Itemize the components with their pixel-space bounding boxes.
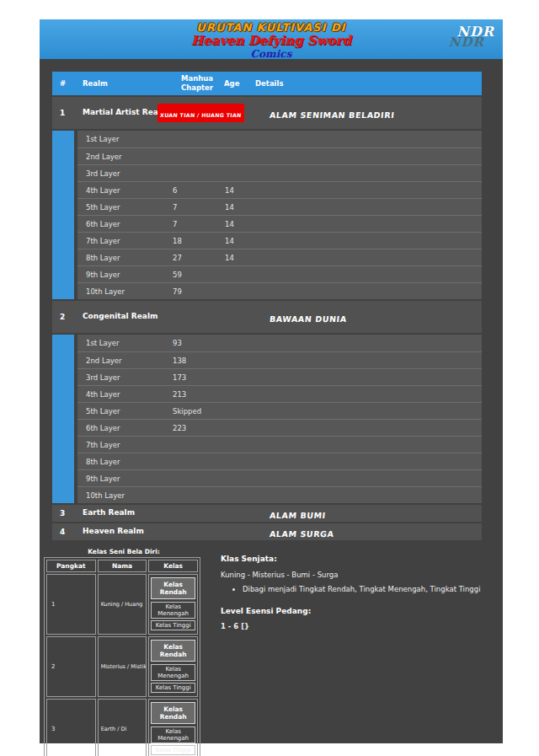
kelas-menengah-box: Kelas Menengah (151, 664, 195, 681)
realm-details: ALAM SURGA (255, 524, 482, 540)
realm-details-text: BAWAAN DUNIA (269, 314, 347, 324)
classes-pangkat-value: 3 (46, 699, 96, 756)
realm-row: 1Martial Artist RealmXUAN TIAN / HUANG T… (52, 97, 482, 129)
kelas-rendah-box: Kelas Rendah (151, 702, 195, 724)
classes-column-pangkat: Pangkat (46, 560, 96, 572)
classes-header-row: Pangkat Nama Kelas (46, 560, 198, 572)
layer-row: 9th Layer59 (77, 265, 482, 282)
classes-nama-value: Kuning / Huang (98, 574, 147, 635)
layer-chapter-value: 18 (171, 237, 223, 245)
layer-row: 3rd Layer173 (77, 368, 482, 385)
realm-row: 4Heaven RealmALAM SURGA (52, 523, 482, 540)
classes-nama-value: Misterius / Mistik / Mistis (98, 636, 147, 697)
realm-details: ALAM BUMI (255, 506, 482, 522)
classes-column-kelas: Kelas (148, 560, 198, 572)
layer-row: 2nd Layer (77, 147, 482, 164)
classes-row: 2Misterius / Mistik / MistisKelas Rendah… (46, 636, 198, 697)
layer-row: 3rd Layer (77, 164, 482, 181)
column-header-number: # (52, 79, 83, 88)
layer-label: 5th Layer (77, 203, 171, 212)
layer-label: 2nd Layer (77, 153, 171, 161)
layer-age-value: 14 (223, 186, 255, 195)
realm-name: Earth Realm (83, 507, 171, 519)
classes-pangkat-value: 1 (46, 574, 96, 635)
layer-chapter-value: 223 (171, 424, 223, 432)
layer-label: 9th Layer (77, 475, 171, 483)
classes-row: 1Kuning / HuangKelas RendahKelas Menenga… (46, 574, 198, 635)
layer-label: 10th Layer (77, 287, 171, 296)
layer-label: 6th Layer (77, 220, 171, 228)
layer-chapter-value: 213 (171, 390, 223, 399)
realm-number: 4 (52, 528, 83, 536)
realm-badge: XUAN TIAN / HUANG TIAN (157, 104, 244, 122)
kelas-menengah-box: Kelas Menengah (151, 602, 195, 619)
layer-row: 9th Layer (77, 469, 482, 486)
layer-row: 8th Layer (77, 453, 482, 469)
ndr-logo: NDR NDR (437, 24, 496, 56)
realm-details: BAWAAN DUNIA (255, 309, 482, 325)
realm-details-text: ALAM BUMI (269, 511, 326, 520)
header-banner: URUTAN KULTIVASI DI Heaven Defying Sword… (40, 19, 503, 59)
layer-age-value: 14 (223, 220, 255, 228)
classes-kelas-cell: Kelas RendahKelas MenengahKelas Tinggi (148, 636, 198, 697)
kelas-tinggi-box: Kelas Tinggi (151, 620, 195, 630)
martial-classes-table: Pangkat Nama Kelas 1Kuning / HuangKelas … (44, 557, 200, 756)
layer-label: 5th Layer (77, 407, 171, 416)
kelas-rendah-box: Kelas Rendah (151, 577, 195, 599)
realm-table-header-row: # Realm Manhua Chapter Age Details (52, 72, 482, 95)
realm-number: 3 (52, 509, 83, 517)
classes-nama-value: Earth / Di (98, 699, 147, 756)
layer-label: 3rd Layer (77, 169, 171, 178)
realm-number: 1 (52, 109, 83, 117)
weapon-class-bullet: Dibagi menjadi Tingkat Rendah, Tingkat M… (243, 585, 494, 593)
weapon-class-list: Dibagi menjadi Tingkat Rendah, Tingkat M… (243, 585, 494, 593)
layer-chapter-value: Skipped (171, 407, 223, 416)
kelas-tinggi-box: Kelas Tinggi (151, 683, 195, 693)
banner-title-line2: Heaven Defying Sword (40, 34, 503, 48)
layer-chapter-value: 93 (171, 339, 223, 347)
layer-label: 8th Layer (77, 254, 171, 262)
layer-row: 7th Layer (77, 436, 482, 453)
realm-badge-text: XUAN TIAN / HUANG TIAN (160, 112, 242, 118)
layer-row: 6th Layer223 (77, 419, 482, 436)
layer-group-bar (52, 131, 74, 299)
main-content: # Realm Manhua Chapter Age Details 1Mart… (40, 59, 503, 743)
column-header-age: Age (223, 79, 255, 88)
sword-essence-line: 1 - 6 [} (221, 622, 494, 630)
classes-row: 3Earth / DiKelas RendahKelas MenengahKel… (46, 699, 198, 756)
layer-label: 9th Layer (77, 271, 171, 279)
weapon-class-line: Kuning - Misterius - Bumi - Surga (221, 571, 494, 579)
layer-label: 8th Layer (77, 458, 171, 466)
realm-details-text: ALAM SENIMAN BELADIRI (269, 110, 395, 120)
layer-chapter-value: 27 (171, 254, 223, 262)
layer-group: 1st Layer2nd Layer3rd Layer4th Layer6145… (52, 131, 482, 299)
layer-chapter-value: 6 (171, 186, 223, 195)
kelas-menengah-box: Kelas Menengah (151, 727, 195, 743)
layer-row: 10th Layer (77, 486, 482, 503)
classes-pangkat-value: 2 (46, 636, 96, 697)
realm-row: 3Earth RealmALAM BUMI (52, 505, 482, 522)
martial-classes-block: Kelas Seni Bela Diri: Pangkat Nama Kelas… (44, 548, 204, 756)
layer-label: 6th Layer (77, 424, 171, 432)
realm-number: 2 (52, 313, 83, 321)
layer-label: 3rd Layer (77, 373, 171, 382)
notes-block: Klas Senjata: Kuning - Misterius - Bumi … (221, 555, 494, 756)
weapon-class-heading: Klas Senjata: (221, 555, 494, 563)
banner-title-line1: URUTAN KULTIVASI DI (40, 22, 503, 34)
classes-kelas-cell: Kelas RendahKelas MenengahKelas Tinggi (148, 699, 198, 756)
martial-classes-title: Kelas Seni Bela Diri: (44, 548, 204, 555)
layer-label: 4th Layer (77, 186, 171, 195)
layer-group: 1st Layer932nd Layer1383rd Layer1734th L… (52, 335, 482, 503)
layer-chapter-value: 7 (171, 203, 223, 212)
layer-row: 4th Layer614 (77, 181, 482, 198)
realm-row: 2Congenital RealmBAWAAN DUNIA (52, 301, 482, 333)
layer-age-value: 14 (223, 254, 255, 262)
layer-chapter-value: 138 (171, 357, 223, 365)
layer-label: 10th Layer (77, 491, 171, 500)
layer-label: 7th Layer (77, 237, 171, 245)
kelas-tinggi-box: Kelas Tinggi (151, 745, 195, 755)
column-header-details: Details (255, 79, 482, 88)
layer-row: 1st Layer (77, 131, 482, 147)
layer-label: 1st Layer (77, 339, 171, 347)
realm-details: ALAM SENIMAN BELADIRI (255, 105, 482, 121)
